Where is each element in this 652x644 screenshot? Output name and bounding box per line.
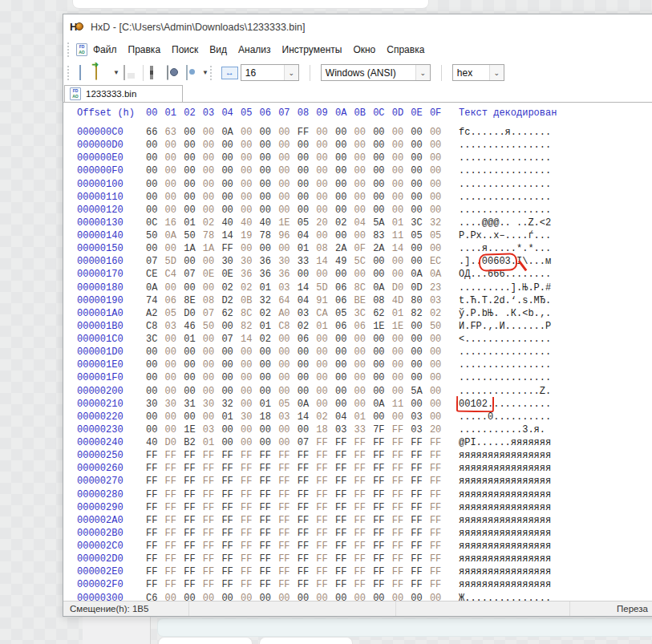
hex-byte[interactable]: 02 xyxy=(241,281,260,294)
hex-byte[interactable]: 00 xyxy=(165,371,184,384)
hex-byte[interactable]: FF xyxy=(392,462,411,475)
hex-byte[interactable]: 00 xyxy=(373,191,392,204)
hex-byte[interactable]: 00 xyxy=(241,204,260,217)
decoded-text[interactable]: ....@@@.. ..Z.<2 xyxy=(459,217,551,229)
hex-byte[interactable]: 00 xyxy=(316,592,335,601)
hex-byte[interactable]: 00 xyxy=(241,592,260,601)
hex-byte[interactable]: 00 xyxy=(241,358,260,371)
hex-byte[interactable]: 08 xyxy=(203,294,222,307)
hex-byte[interactable]: 00 xyxy=(335,229,354,242)
hex-byte[interactable]: 08 xyxy=(373,294,392,307)
decoded-text[interactable]: ў.Р.bЊ. .К.<b.‚. xyxy=(459,307,551,320)
hex-byte[interactable]: FF xyxy=(165,488,184,501)
hex-byte[interactable]: 00 xyxy=(203,346,222,358)
hex-byte[interactable]: 00 xyxy=(241,242,260,255)
hex-byte[interactable]: 00 xyxy=(203,178,222,191)
hex-byte[interactable]: 00 xyxy=(392,139,411,152)
hex-byte[interactable]: 00 xyxy=(298,268,317,281)
hex-byte[interactable]: 00 xyxy=(335,191,354,204)
hex-byte[interactable]: 00 xyxy=(203,152,222,164)
hex-byte[interactable]: FF xyxy=(298,449,317,462)
hex-byte[interactable]: 00 xyxy=(392,152,411,164)
save-icon[interactable] xyxy=(124,65,125,80)
hex-byte[interactable]: 00 xyxy=(184,411,203,423)
hex-byte[interactable]: 00 xyxy=(241,346,260,358)
hex-byte[interactable]: 50 xyxy=(184,229,203,242)
hex-byte[interactable]: FF xyxy=(316,475,335,488)
hex-byte[interactable]: 00 xyxy=(354,358,374,371)
hex-byte[interactable]: 00 xyxy=(316,385,335,398)
hex-byte[interactable]: 50 xyxy=(146,229,165,242)
hex-byte[interactable]: FF xyxy=(146,578,165,591)
hex-byte[interactable]: 00 xyxy=(203,164,222,177)
hex-byte[interactable]: FF xyxy=(298,514,317,527)
hex-byte[interactable]: FF xyxy=(411,514,430,527)
hex-byte[interactable]: 0A xyxy=(165,229,184,242)
hex-byte[interactable]: 0E xyxy=(203,268,222,281)
hex-byte[interactable]: 5A xyxy=(373,217,392,229)
hex-byte[interactable]: 00 xyxy=(241,152,260,164)
hex-byte[interactable]: FF xyxy=(241,565,260,578)
hex-byte[interactable]: 00 xyxy=(278,139,298,152)
hex-byte[interactable]: FF xyxy=(373,578,392,591)
hex-byte[interactable]: 14 xyxy=(298,411,317,423)
hex-byte[interactable]: FF xyxy=(335,514,354,527)
hex-byte[interactable]: FF xyxy=(203,475,222,488)
hex-byte[interactable]: 00 xyxy=(373,411,392,423)
hex-byte[interactable]: 00 xyxy=(392,346,411,358)
hex-byte[interactable]: 00 xyxy=(430,398,449,411)
hex-byte[interactable]: 00 xyxy=(241,423,260,436)
hex-byte[interactable]: 00 xyxy=(241,385,260,398)
hex-byte[interactable]: FF xyxy=(430,475,449,488)
hex-byte[interactable]: FF xyxy=(221,553,241,565)
hex-byte[interactable]: 63 xyxy=(165,126,184,139)
hex-byte[interactable]: FF xyxy=(241,449,260,462)
hex-byte[interactable]: 78 xyxy=(203,229,222,242)
hex-byte[interactable]: FF xyxy=(165,449,184,462)
hex-byte[interactable]: 00 xyxy=(354,164,374,177)
hex-byte[interactable]: 05 xyxy=(278,398,298,411)
hex-byte[interactable]: 0A xyxy=(411,268,430,281)
hex-byte[interactable]: 03 xyxy=(203,423,222,436)
hex-byte[interactable]: 03 xyxy=(278,411,298,423)
hex-byte[interactable]: FF xyxy=(373,565,392,578)
hex-byte[interactable]: FF xyxy=(241,462,260,475)
hex-byte[interactable]: FF xyxy=(298,488,317,501)
menu-tools[interactable]: Инструменты xyxy=(277,42,348,58)
hex-byte[interactable]: 00 xyxy=(165,333,184,346)
hex-byte[interactable]: 00 xyxy=(411,139,430,152)
hex-byte[interactable]: 1E xyxy=(392,320,411,333)
hex-byte[interactable]: 00 xyxy=(221,358,241,371)
hex-byte[interactable]: 0A xyxy=(373,398,392,411)
hex-byte[interactable]: 00 xyxy=(184,164,203,177)
hex-byte[interactable]: 01 xyxy=(184,217,203,229)
hex-byte[interactable]: FF xyxy=(316,436,335,449)
hex-byte[interactable]: 00 xyxy=(354,152,374,164)
hex-byte[interactable]: 00 xyxy=(146,385,165,398)
hex-byte[interactable]: C6 xyxy=(146,592,165,601)
hex-byte[interactable]: FF xyxy=(392,514,411,527)
hex-byte[interactable]: 00 xyxy=(260,139,279,152)
hex-byte[interactable]: FF xyxy=(165,501,184,514)
hex-byte[interactable]: 50 xyxy=(430,320,449,333)
document-icon[interactable]: FDAO xyxy=(76,43,87,56)
hex-byte[interactable]: 0E xyxy=(221,268,241,281)
decoded-text[interactable]: ................ xyxy=(459,358,551,371)
hex-byte[interactable]: FF xyxy=(373,501,392,514)
hex-byte[interactable]: 06 xyxy=(165,294,184,307)
hex-byte[interactable]: 00 xyxy=(221,320,241,333)
hex-byte[interactable]: FF xyxy=(316,449,335,462)
hex-byte[interactable]: 00 xyxy=(392,204,411,217)
hex-byte[interactable]: 00 xyxy=(221,385,241,398)
hex-byte[interactable]: FF xyxy=(184,462,203,475)
hex-byte[interactable]: 00 xyxy=(260,152,279,164)
hex-byte[interactable]: FF xyxy=(241,540,260,553)
hex-byte[interactable]: FF xyxy=(373,436,392,449)
encoding-select[interactable]: Windows (ANSI) ⌄ xyxy=(321,64,431,81)
hex-byte[interactable]: 06 xyxy=(335,281,354,294)
hex-byte[interactable]: FF xyxy=(165,553,184,565)
hex-byte[interactable]: 00 xyxy=(335,592,354,601)
hex-byte[interactable]: FF xyxy=(392,449,411,462)
hex-byte[interactable]: 00 xyxy=(146,191,165,204)
decoded-text[interactable]: .....0.......... xyxy=(459,411,551,423)
